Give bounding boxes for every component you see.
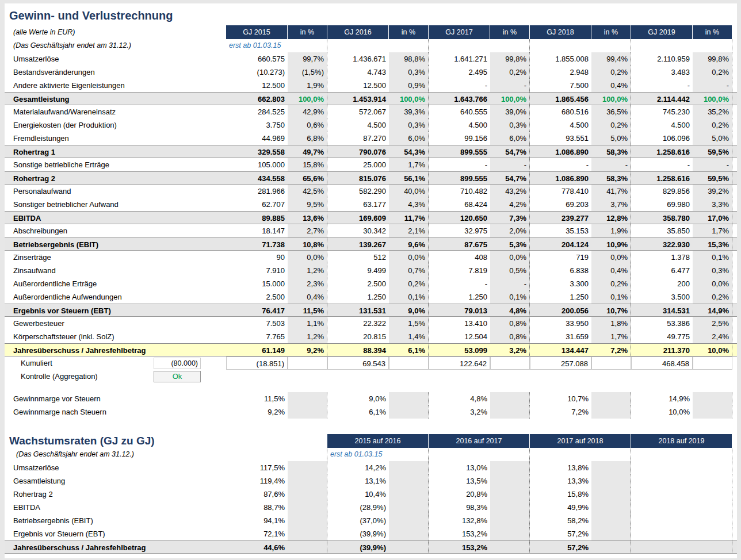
table-row: Jahresüberschuss / Jahresfehlbetrag61.14…	[5, 343, 737, 356]
cell-percent: 0,2%	[693, 66, 732, 79]
cell-value: (37,0%)	[327, 514, 389, 527]
cell-percent: 49,7%	[288, 145, 327, 158]
cell-value: 660.575	[226, 52, 288, 66]
cell-percent	[389, 514, 429, 527]
row-label: Andere aktivierte Eigenleistungen	[5, 79, 226, 92]
row-label: Gewerbesteuer	[5, 317, 226, 330]
cell-percent	[490, 405, 530, 419]
cell-percent: 1,2%	[288, 264, 327, 277]
cell-percent: 3,2%	[490, 344, 530, 356]
row-label: Körperschaftsteuer (inkl. SolZ)	[5, 330, 226, 343]
units-note: (alle Werte in EUR)	[5, 25, 226, 39]
cell-value: 153,2%	[429, 541, 490, 553]
cell-percent	[490, 541, 530, 553]
cell-value: 33.950	[530, 317, 591, 330]
cell-percent	[490, 461, 530, 474]
cell-value	[631, 527, 693, 540]
spacer	[226, 434, 327, 448]
cell-value: 1.855.008	[530, 52, 591, 66]
cell-value: (28,9%)	[327, 501, 389, 514]
cell-percent: 0,2%	[693, 118, 732, 132]
cell-percent	[288, 474, 327, 488]
cell-percent	[389, 448, 429, 461]
table-row: Personalaufwand281.96642,5%582.29040,0%7…	[5, 185, 737, 198]
cell-value	[631, 448, 693, 461]
cell-percent: 54,7%	[490, 145, 530, 158]
cell-percent	[288, 392, 327, 405]
cell-percent: 0,4%	[591, 264, 631, 277]
table-row: Bestandsveränderungen(10.273)(1,5%)4.743…	[5, 66, 737, 79]
cell-percent: 12,8%	[591, 212, 631, 224]
cell-value: -	[631, 158, 693, 171]
cell-percent: 99,8%	[490, 52, 530, 66]
cell-value: 7.910	[226, 264, 288, 277]
cell-percent: 98,8%	[389, 52, 429, 66]
kumuliert-row: Kumuliert (80.000) (18.851)69.543122.642…	[5, 356, 737, 370]
row-label: Außerordentliche Erträge	[5, 277, 226, 290]
cell-value: 239.277	[530, 212, 591, 224]
table-row: Andere aktivierte Eigenleistungen12.5001…	[5, 79, 737, 92]
cell-percent: 1,8%	[591, 317, 631, 330]
cell-value: -	[429, 79, 490, 92]
fiscal-year-note: (Das Geschäftsjahr endet am 31.12.)	[5, 448, 226, 461]
cell-percent	[591, 39, 631, 52]
cell-value: 12.500	[327, 79, 389, 92]
cell-value: 11,5%	[226, 392, 288, 405]
cell-percent	[591, 541, 631, 553]
cell-percent: 1,9%	[591, 224, 631, 237]
cell-percent: -	[490, 158, 530, 171]
cell-value: 18.147	[226, 224, 288, 237]
cell-percent: 0,1%	[389, 290, 429, 304]
cell-percent: 41,7%	[591, 185, 631, 198]
table-row: Materialaufwand/Wareneinsatz284.52542,9%…	[5, 105, 737, 118]
cell-percent	[591, 514, 631, 527]
margin-row: Gewinnmarge vor Steuern11,5%9,0%4,8%10,7…	[5, 392, 737, 405]
row-label: Gewinnmarge vor Steuern	[5, 392, 226, 405]
cell-value: 69.203	[530, 198, 591, 211]
cell-value: 69.543	[327, 356, 389, 370]
cell-value: 329.558	[226, 145, 288, 158]
cell-value: 1.086.890	[530, 145, 591, 158]
cell-value: 468.458	[631, 356, 693, 370]
cell-value: 15.000	[226, 277, 288, 290]
cell-percent	[591, 405, 631, 419]
cell-value: 1.250	[429, 290, 490, 304]
cell-value	[631, 39, 693, 52]
cell-value: 9.499	[327, 264, 389, 277]
cell-value: 3.483	[631, 66, 693, 79]
cell-value: 512	[327, 251, 389, 264]
cell-percent	[693, 541, 732, 553]
cell-percent: 0,7%	[389, 264, 429, 277]
cell-value: 4.500	[429, 118, 490, 132]
cell-percent: 0,2%	[591, 118, 631, 132]
cell-value: 10,7%	[530, 392, 591, 405]
cell-percent	[490, 392, 530, 405]
table-row: Körperschaftsteuer (inkl. SolZ)7.7651,2%…	[5, 330, 737, 343]
pnl-header-row: (alle Werte in EUR) GJ 2015in %GJ 2016in…	[5, 25, 737, 39]
cell-value: 4,8%	[429, 392, 490, 405]
cell-percent	[389, 405, 429, 419]
cell-value: 204.124	[530, 238, 591, 250]
spacer	[5, 419, 737, 434]
cell-value: 1.641.271	[429, 52, 490, 66]
row-label: Abschreibungen	[5, 224, 226, 237]
cell-percent: 2,4%	[693, 330, 732, 343]
cell-percent	[490, 39, 530, 52]
cell-percent	[389, 474, 429, 488]
column-header: GJ 2016	[327, 25, 389, 39]
cell-percent: -	[591, 158, 631, 171]
cell-percent: 0,1%	[693, 251, 732, 264]
cell-value: 14,9%	[631, 392, 693, 405]
cell-percent: 0,9%	[389, 79, 429, 92]
cell-value: 211.370	[631, 344, 693, 356]
cell-value: 14,2%	[327, 461, 389, 474]
cell-value: 257.088	[530, 356, 591, 370]
cell-value: 105.000	[226, 158, 288, 171]
cell-percent: 43,2%	[490, 185, 530, 198]
cell-value: 44,6%	[226, 541, 288, 553]
cell-value: 49,9%	[530, 501, 591, 514]
cell-value: 120.650	[429, 212, 490, 224]
cell-percent: 59,5%	[693, 172, 732, 184]
cell-value: 1.436.671	[327, 52, 389, 66]
cell-percent: 1,5%	[389, 317, 429, 330]
